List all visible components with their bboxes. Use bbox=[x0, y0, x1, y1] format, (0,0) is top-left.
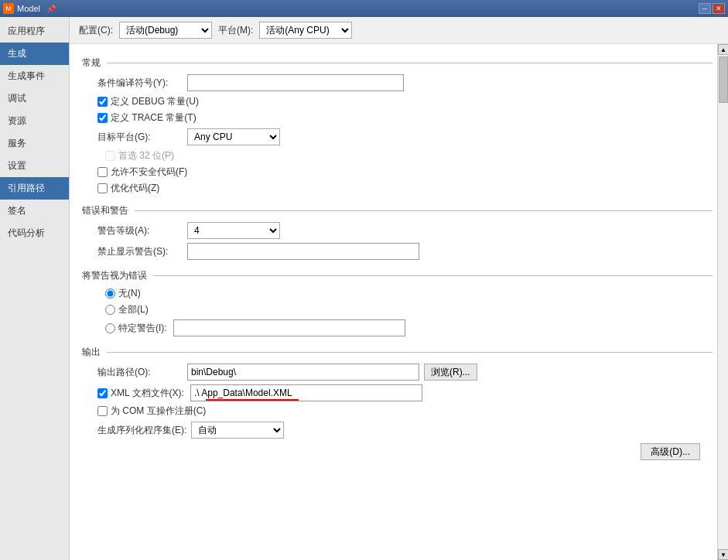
xml-doc-row: XML 文档文件(X): bbox=[97, 384, 713, 401]
com-interop-checkbox[interactable] bbox=[97, 406, 108, 416]
sidebar-item-debug[interactable]: 调试 bbox=[0, 87, 69, 110]
prefer32-label: 首选 32 位(P) bbox=[118, 149, 174, 162]
optimize-label: 优化代码(Z) bbox=[111, 182, 159, 195]
advanced-button[interactable]: 高级(D)... bbox=[641, 443, 700, 460]
minimize-button[interactable]: ─ bbox=[699, 3, 711, 14]
section-treat-line bbox=[153, 275, 713, 276]
define-debug-label: 定义 DEBUG 常量(U) bbox=[111, 95, 199, 108]
title-bar-left: M Model 📌 bbox=[3, 3, 56, 14]
radio-all[interactable] bbox=[105, 305, 115, 315]
scroll-thumb[interactable] bbox=[719, 56, 728, 103]
specific-warnings-input[interactable] bbox=[173, 319, 405, 336]
section-treat-header: 将警告视为错误 bbox=[82, 269, 713, 282]
sidebar-item-app[interactable]: 应用程序 bbox=[0, 20, 69, 43]
define-trace-label: 定义 TRACE 常量(T) bbox=[111, 111, 197, 125]
com-interop-label: 为 COM 互操作注册(C) bbox=[111, 405, 206, 418]
conditional-symbols-row: 条件编译符号(Y): bbox=[97, 74, 713, 91]
advanced-row: 高级(D)... bbox=[82, 443, 700, 460]
sidebar-item-code-analysis[interactable]: 代码分析 bbox=[0, 222, 69, 244]
serialization-select[interactable]: 自动 开 关 bbox=[191, 422, 284, 439]
section-general-header: 常规 bbox=[82, 56, 713, 70]
section-general-line bbox=[107, 63, 713, 63]
suppress-warnings-label: 禁止显示警告(S): bbox=[97, 245, 183, 258]
com-interop-row: 为 COM 互操作注册(C) bbox=[97, 405, 713, 418]
suppress-warnings-input[interactable] bbox=[187, 243, 419, 260]
define-trace-checkbox[interactable] bbox=[97, 113, 108, 123]
radio-specific-row: 特定警告(I): bbox=[105, 319, 713, 336]
title-bar: M Model 📌 ─ ✕ bbox=[0, 0, 728, 17]
sidebar: 应用程序 生成 生成事件 调试 资源 服务 设置 引用路径 签名 代码分析 bbox=[0, 17, 70, 560]
section-treat-title: 将警告视为错误 bbox=[82, 269, 147, 282]
radio-none[interactable] bbox=[105, 289, 115, 299]
radio-all-label: 全部(L) bbox=[118, 303, 149, 316]
conditional-symbols-input[interactable] bbox=[187, 74, 404, 91]
scroll-up-arrow[interactable]: ▲ bbox=[718, 44, 728, 55]
main-container: 应用程序 生成 生成事件 调试 资源 服务 设置 引用路径 签名 代码分析 配置… bbox=[0, 17, 728, 560]
browse-button[interactable]: 浏览(R)... bbox=[424, 364, 477, 381]
xml-doc-label: XML 文档文件(X): bbox=[111, 387, 184, 400]
optimize-row: 优化代码(Z) bbox=[97, 182, 713, 195]
optimize-checkbox[interactable] bbox=[97, 183, 108, 193]
output-path-input[interactable] bbox=[187, 364, 419, 381]
serialization-label: 生成序列化程序集(E): bbox=[97, 424, 186, 437]
allow-unsafe-row: 允许不安全代码(F) bbox=[97, 166, 713, 179]
content: 配置(C): 活动(Debug) Debug Release 所有配置 平台(M… bbox=[70, 17, 728, 560]
config-bar: 配置(C): 活动(Debug) Debug Release 所有配置 平台(M… bbox=[70, 17, 728, 44]
sidebar-item-resources[interactable]: 资源 bbox=[0, 110, 69, 132]
define-debug-row: 定义 DEBUG 常量(U) bbox=[97, 95, 713, 108]
warning-level-select[interactable]: 0 1 2 3 4 bbox=[187, 222, 280, 239]
sidebar-item-signing[interactable]: 签名 bbox=[0, 200, 69, 222]
target-platform-select[interactable]: Any CPU x86 x64 Itanium bbox=[187, 128, 280, 145]
sidebar-item-settings[interactable]: 设置 bbox=[0, 155, 69, 177]
platform-select[interactable]: 活动(Any CPU) Any CPU x86 x64 bbox=[259, 22, 352, 39]
config-label: 配置(C): bbox=[79, 24, 113, 37]
settings-panel: 常规 条件编译符号(Y): 定义 DEBUG 常量(U) 定义 TRACE 常量… bbox=[70, 44, 728, 560]
conditional-symbols-label: 条件编译符号(Y): bbox=[97, 77, 183, 90]
xml-path-container bbox=[190, 384, 422, 401]
define-debug-checkbox[interactable] bbox=[97, 97, 108, 107]
section-general-title: 常规 bbox=[82, 56, 101, 70]
radio-all-row: 全部(L) bbox=[105, 303, 713, 316]
radio-none-label: 无(N) bbox=[118, 287, 141, 300]
warning-level-label: 警告等级(A): bbox=[97, 224, 183, 237]
platform-label: 平台(M): bbox=[218, 24, 253, 37]
section-output-header: 输出 bbox=[82, 346, 713, 359]
scroll-down-arrow[interactable]: ▼ bbox=[718, 549, 728, 560]
radio-specific-label: 特定警告(I): bbox=[118, 322, 167, 335]
sidebar-item-build[interactable]: 生成 bbox=[0, 43, 69, 65]
section-errors-title: 错误和警告 bbox=[82, 204, 128, 217]
title-bar-buttons: ─ ✕ bbox=[699, 3, 725, 14]
radio-none-row: 无(N) bbox=[105, 287, 713, 300]
sidebar-item-ref-path[interactable]: 引用路径 bbox=[0, 177, 69, 200]
suppress-warnings-row: 禁止显示警告(S): bbox=[97, 243, 713, 260]
target-platform-label: 目标平台(G): bbox=[97, 131, 183, 144]
radio-specific[interactable] bbox=[105, 323, 115, 333]
output-path-row: 输出路径(O): 浏览(R)... bbox=[97, 364, 713, 381]
title-text: Model bbox=[17, 4, 40, 13]
output-path-label: 输出路径(O): bbox=[97, 366, 183, 379]
allow-unsafe-label: 允许不安全代码(F) bbox=[111, 166, 187, 179]
pin-icon[interactable]: 📌 bbox=[46, 5, 56, 13]
app-icon: M bbox=[3, 3, 14, 14]
red-underline-decoration bbox=[206, 399, 299, 401]
define-trace-row: 定义 TRACE 常量(T) bbox=[97, 111, 713, 125]
serialization-row: 生成序列化程序集(E): 自动 开 关 bbox=[97, 422, 713, 439]
section-output-title: 输出 bbox=[82, 346, 101, 359]
section-output-line bbox=[107, 352, 713, 353]
config-select[interactable]: 活动(Debug) Debug Release 所有配置 bbox=[119, 22, 212, 39]
prefer32-checkbox[interactable] bbox=[105, 151, 115, 161]
close-button[interactable]: ✕ bbox=[713, 3, 725, 14]
allow-unsafe-checkbox[interactable] bbox=[97, 167, 108, 177]
sidebar-item-build-events[interactable]: 生成事件 bbox=[0, 65, 69, 87]
sidebar-item-services[interactable]: 服务 bbox=[0, 132, 69, 155]
section-errors-line bbox=[135, 210, 713, 211]
scrollbar[interactable]: ▲ ▼ bbox=[717, 44, 728, 560]
section-errors-header: 错误和警告 bbox=[82, 204, 713, 217]
prefer32-row: 首选 32 位(P) bbox=[105, 149, 713, 162]
warning-level-row: 警告等级(A): 0 1 2 3 4 bbox=[97, 222, 713, 239]
xml-doc-checkbox[interactable] bbox=[97, 388, 108, 398]
target-platform-row: 目标平台(G): Any CPU x86 x64 Itanium bbox=[97, 128, 713, 145]
